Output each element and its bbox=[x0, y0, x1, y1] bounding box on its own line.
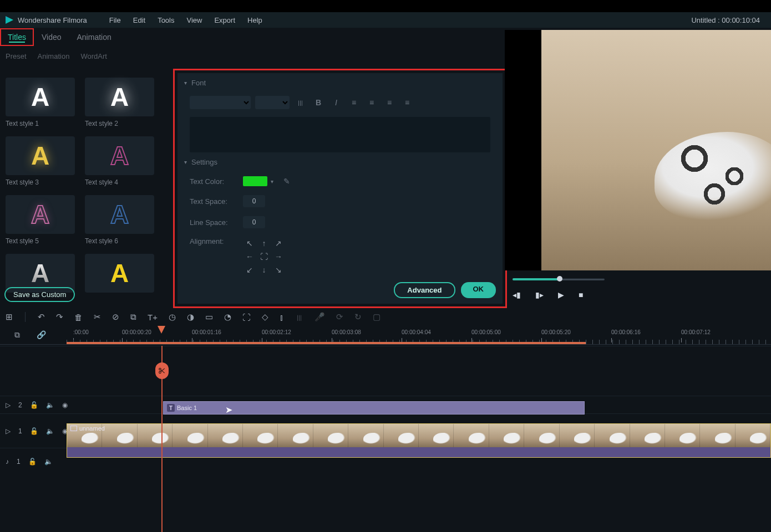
tab-titles[interactable]: Titles bbox=[0, 28, 34, 46]
playhead-icon[interactable] bbox=[158, 326, 165, 334]
ruler-tick: :00:00 bbox=[73, 329, 89, 335]
track-number: 1 bbox=[18, 427, 22, 435]
prev-frame-button[interactable]: ◂▮ bbox=[513, 290, 521, 299]
align-ml[interactable]: ← bbox=[243, 250, 256, 263]
redo-icon[interactable]: ↷ bbox=[56, 312, 63, 322]
align-mc[interactable]: ⛶ bbox=[257, 250, 271, 263]
text-style-5[interactable]: AText style 5 bbox=[6, 195, 75, 245]
playhead-split-icon[interactable] bbox=[155, 362, 169, 379]
mute-icon[interactable]: 🔈 bbox=[44, 458, 53, 466]
next-frame-button[interactable]: ▮▸ bbox=[535, 290, 544, 299]
menu-file[interactable]: File bbox=[109, 16, 121, 24]
section-settings[interactable]: Settings bbox=[177, 152, 503, 172]
mute-icon[interactable]: 🔈 bbox=[46, 427, 54, 435]
ruler-tick: 00:00:07:12 bbox=[681, 329, 711, 335]
screen-icon[interactable]: ▭ bbox=[205, 312, 213, 322]
alignment-label: Alignment: bbox=[190, 237, 243, 245]
menu-export[interactable]: Export bbox=[214, 16, 235, 24]
visibility-icon[interactable]: ◉ bbox=[62, 401, 68, 409]
text-style-2[interactable]: AText style 2 bbox=[85, 78, 154, 127]
text-add-icon[interactable]: T+ bbox=[148, 313, 158, 322]
section-font[interactable]: Font bbox=[177, 73, 503, 93]
preview-video[interactable] bbox=[541, 30, 771, 270]
prohibit-icon[interactable]: ⊘ bbox=[112, 312, 119, 322]
align-br[interactable]: ↘ bbox=[272, 264, 285, 276]
tab-animation[interactable]: Animation bbox=[69, 28, 119, 46]
text-style-8[interactable]: A bbox=[85, 254, 154, 293]
text-style-4[interactable]: AText style 4 bbox=[85, 136, 154, 186]
align-left-icon[interactable]: ≡ bbox=[347, 96, 361, 109]
ruler-tick: 00:00:04:04 bbox=[402, 329, 431, 335]
stop-button[interactable]: ■ bbox=[579, 290, 583, 299]
text-space-input[interactable]: 0 bbox=[243, 195, 265, 207]
voiceover-icon[interactable]: 🎤 bbox=[315, 312, 325, 322]
menu-tools[interactable]: Tools bbox=[158, 16, 174, 24]
play-button[interactable]: ▶ bbox=[558, 290, 564, 299]
refresh-icon[interactable]: ↻ bbox=[354, 312, 362, 322]
color-icon[interactable]: ◑ bbox=[187, 312, 194, 322]
subtab-animation[interactable]: Animation bbox=[38, 52, 70, 60]
align-mr[interactable]: → bbox=[272, 250, 285, 263]
align-bl[interactable]: ↙ bbox=[243, 264, 256, 276]
keyframe-icon[interactable]: ◇ bbox=[262, 312, 268, 322]
subtab-wordart[interactable]: WordArt bbox=[80, 52, 106, 60]
align-justify-icon[interactable]: ≡ bbox=[400, 96, 414, 109]
audio-mix-icon[interactable]: ⫼ bbox=[295, 313, 303, 322]
timeline-ruler[interactable]: ⧉ 🔗 :00:00 00:00:00:20 00:00:01:16 00:00… bbox=[0, 328, 771, 345]
text-color-swatch[interactable] bbox=[243, 176, 267, 186]
tab-video[interactable]: Video bbox=[34, 28, 69, 46]
italic-button[interactable]: I bbox=[329, 96, 343, 109]
ruler-tick: 00:00:02:12 bbox=[262, 329, 291, 335]
preview-progress[interactable] bbox=[513, 277, 605, 282]
crop-icon[interactable]: ⧉ bbox=[130, 312, 136, 322]
subtab-preset[interactable]: Preset bbox=[6, 52, 27, 60]
font-family-select[interactable] bbox=[190, 96, 251, 109]
text-input-area[interactable] bbox=[190, 117, 490, 152]
link-icon[interactable]: 🔗 bbox=[37, 330, 46, 340]
advanced-button[interactable]: Advanced bbox=[394, 282, 455, 298]
align-tr[interactable]: ↗ bbox=[272, 237, 285, 249]
save-as-custom-button[interactable]: Save as Custom bbox=[4, 287, 75, 302]
line-space-input[interactable]: 0 bbox=[243, 216, 265, 228]
menu-help[interactable]: Help bbox=[247, 16, 262, 24]
lock-icon[interactable]: 🔓 bbox=[28, 458, 37, 466]
title-clip-label: Basic 1 bbox=[177, 405, 197, 411]
text-style-3[interactable]: AText style 3 bbox=[6, 136, 75, 186]
speed-icon[interactable]: ◷ bbox=[169, 312, 176, 322]
font-panel: Font ⫼ B I ≡ ≡ ≡ ≡ Settings Text Color: … bbox=[177, 73, 503, 304]
snapshot-icon[interactable]: ⧉ bbox=[14, 330, 20, 340]
delete-icon[interactable]: 🗑 bbox=[74, 313, 83, 322]
sync-icon[interactable]: ⟳ bbox=[336, 312, 343, 322]
menu-view[interactable]: View bbox=[186, 16, 202, 24]
text-style-6[interactable]: AText style 6 bbox=[85, 195, 154, 245]
menubar: Wondershare Filmora File Edit Tools View… bbox=[0, 12, 771, 28]
ok-button[interactable]: OK bbox=[461, 282, 496, 298]
align-right-icon[interactable]: ≡ bbox=[383, 96, 396, 109]
duration-icon[interactable]: ◔ bbox=[224, 312, 231, 322]
marker-icon[interactable]: ▢ bbox=[373, 312, 381, 322]
lock-icon[interactable]: 🔓 bbox=[30, 427, 38, 435]
ruler-tick: 00:00:05:00 bbox=[471, 329, 501, 335]
video-clip[interactable]: unnamed bbox=[67, 423, 771, 458]
expand-icon[interactable]: ⛶ bbox=[242, 313, 251, 322]
align-tl[interactable]: ↖ bbox=[243, 237, 256, 249]
align-center-icon[interactable]: ≡ bbox=[365, 96, 378, 109]
line-height-icon[interactable]: ⫼ bbox=[294, 96, 307, 109]
text-style-1[interactable]: AText style 1 bbox=[6, 78, 75, 127]
bold-button[interactable]: B bbox=[312, 96, 325, 109]
align-bc[interactable]: ↓ bbox=[257, 264, 271, 276]
eyedropper-icon[interactable]: ✎ bbox=[283, 177, 290, 186]
undo-icon[interactable]: ↶ bbox=[38, 312, 45, 322]
lock-icon[interactable]: 🔓 bbox=[30, 401, 38, 409]
color-dropdown-icon[interactable]: ▾ bbox=[271, 178, 273, 185]
menu-edit[interactable]: Edit bbox=[133, 16, 145, 24]
layout-icon[interactable]: ⊞ bbox=[6, 312, 13, 322]
adjust-icon[interactable]: ⫿ bbox=[280, 313, 284, 322]
title-clip[interactable]: T Basic 1 bbox=[163, 401, 585, 415]
ruler-tick: 00:00:05:20 bbox=[541, 329, 571, 335]
app-name: Wondershare Filmora bbox=[18, 16, 87, 24]
font-size-select[interactable] bbox=[255, 96, 290, 109]
align-tc[interactable]: ↑ bbox=[257, 237, 271, 249]
mute-icon[interactable]: 🔈 bbox=[46, 401, 54, 409]
cut-icon[interactable]: ✂ bbox=[94, 312, 101, 322]
